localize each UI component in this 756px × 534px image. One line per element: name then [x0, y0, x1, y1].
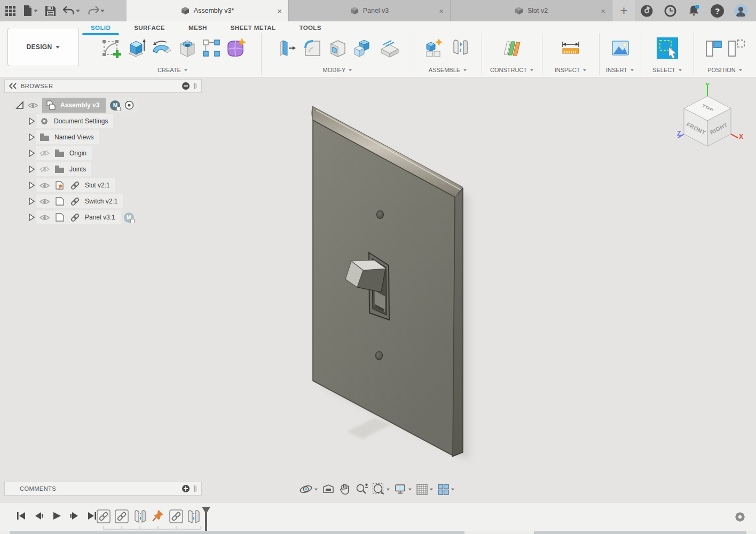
timeline-settings-gear-icon[interactable]: [734, 511, 746, 523]
group-position-label[interactable]: POSITION: [707, 67, 743, 75]
timeline-scrollbar[interactable]: [0, 531, 756, 534]
group-assemble-label[interactable]: ASSEMBLE: [429, 67, 467, 75]
visibility-eye-icon[interactable]: [40, 214, 50, 221]
zoom-window-caret[interactable]: [387, 488, 390, 490]
grid-settings-caret[interactable]: [430, 488, 433, 490]
add-comment-icon[interactable]: [182, 484, 190, 493]
collapsed-arrow-icon[interactable]: [28, 198, 35, 205]
screw-hole-top[interactable]: [377, 211, 384, 219]
timeline-playhead[interactable]: [202, 507, 210, 531]
tree-row-panel[interactable]: Panel v3:1 M: [4, 209, 202, 225]
select-icon[interactable]: [656, 35, 679, 61]
scrollbar-thumb-left[interactable]: [10, 531, 464, 534]
pan-icon[interactable]: [337, 482, 352, 496]
go-to-end-icon[interactable]: [86, 511, 97, 521]
undo-icon[interactable]: [63, 6, 80, 15]
file-menu-caret[interactable]: [34, 10, 38, 12]
pattern-icon[interactable]: [201, 35, 222, 61]
user-avatar[interactable]: [734, 4, 747, 18]
panel-drag-handle[interactable]: [194, 485, 197, 492]
capture-position-icon[interactable]: [704, 35, 724, 61]
tab-mesh[interactable]: MESH: [188, 22, 207, 34]
group-construct-label[interactable]: CONSTRUCT: [490, 67, 534, 75]
construct-plane-icon[interactable]: [500, 35, 524, 61]
viewport-canvas[interactable]: Y Z X TOP FRONT RIGHT BROWSER: [0, 78, 756, 502]
tree-row-slot[interactable]: Slot v2:1: [4, 177, 202, 193]
visibility-eye-icon[interactable]: [40, 198, 50, 205]
fillet-icon[interactable]: [301, 35, 324, 61]
activate-component-radio[interactable]: [124, 100, 134, 110]
go-to-start-icon[interactable]: [16, 511, 27, 521]
create-form-icon[interactable]: [224, 35, 247, 61]
group-insert-label[interactable]: INSERT: [606, 67, 634, 75]
tree-row-origin[interactable]: Origin: [4, 145, 202, 161]
joint-icon[interactable]: [449, 35, 472, 61]
hole-icon[interactable]: [176, 35, 199, 61]
screw-hole-bottom[interactable]: [376, 351, 383, 360]
offset-face-icon[interactable]: [377, 35, 401, 61]
collapsed-arrow-icon[interactable]: [28, 182, 35, 189]
clock-history-icon[interactable]: [664, 4, 677, 18]
collapsed-arrow-icon[interactable]: [28, 117, 35, 125]
hide-panel-icon[interactable]: [182, 82, 190, 90]
tab-solid[interactable]: SOLID: [91, 22, 111, 34]
group-select-label[interactable]: SELECT: [652, 67, 682, 75]
document-tab-slot[interactable]: Slot v2 ×: [450, 0, 612, 21]
timeline-item-joint[interactable]: [135, 511, 146, 522]
notification-bell-icon[interactable]: [687, 4, 700, 18]
visibility-off-icon[interactable]: [40, 166, 50, 173]
orbit-caret[interactable]: [314, 488, 318, 490]
undo-caret[interactable]: [76, 10, 80, 12]
document-tab-panel[interactable]: Panel v3 ×: [288, 0, 450, 21]
visibility-eye-icon[interactable]: [28, 102, 38, 109]
workspace-switcher[interactable]: DESIGN: [7, 28, 79, 66]
extrude-icon[interactable]: [124, 35, 148, 61]
group-modify-label[interactable]: MODIFY: [323, 67, 353, 75]
shell-icon[interactable]: [326, 35, 350, 61]
create-sketch-icon[interactable]: [99, 35, 122, 61]
file-menu-icon[interactable]: [23, 5, 38, 16]
timeline-item-component-link[interactable]: [115, 510, 128, 523]
expanded-arrow-icon[interactable]: [15, 101, 24, 109]
job-status-icon[interactable]: [640, 4, 653, 18]
zoom-window-icon[interactable]: [371, 482, 391, 496]
tab-surface[interactable]: SURFACE: [134, 22, 165, 34]
new-component-icon[interactable]: [423, 35, 447, 61]
save-icon[interactable]: [45, 6, 56, 16]
group-create-label[interactable]: CREATE: [158, 67, 188, 75]
grid-settings-icon[interactable]: [415, 483, 435, 496]
viewports-caret[interactable]: [451, 488, 454, 490]
redo-caret[interactable]: [100, 10, 105, 12]
app-grid-icon[interactable]: [5, 6, 15, 16]
tree-row-joints[interactable]: Joints: [4, 161, 202, 177]
measure-icon[interactable]: [559, 35, 582, 61]
group-inspect-label[interactable]: INSPECT: [555, 67, 587, 75]
tree-row-assembly[interactable]: Assembly v3 M: [4, 97, 202, 113]
collapsed-arrow-icon[interactable]: [28, 150, 35, 157]
timeline-item-pin[interactable]: [153, 510, 163, 521]
tree-row-document-settings[interactable]: Document Settings: [4, 113, 202, 129]
tab-close-icon[interactable]: ×: [277, 7, 282, 15]
tree-row-named-views[interactable]: Named Views: [4, 129, 202, 145]
combine-icon[interactable]: [352, 35, 375, 61]
tab-tools[interactable]: TOOLS: [299, 22, 321, 34]
new-tab-button[interactable]: +: [612, 0, 635, 21]
zoom-icon[interactable]: [354, 482, 369, 496]
viewports-icon[interactable]: [436, 483, 456, 496]
collapsed-arrow-icon[interactable]: [28, 166, 35, 173]
tree-row-switch[interactable]: Switch v2:1: [4, 193, 202, 209]
orbit-icon[interactable]: [298, 482, 319, 496]
look-at-icon[interactable]: [321, 482, 336, 496]
display-settings-icon[interactable]: [393, 482, 413, 496]
timeline-item-component-link[interactable]: [97, 510, 110, 523]
visibility-eye-icon[interactable]: [40, 182, 50, 189]
help-icon[interactable]: ?: [711, 4, 724, 18]
revert-position-icon[interactable]: [726, 35, 746, 61]
collapsed-arrow-icon[interactable]: [28, 214, 35, 221]
insert-canvas-icon[interactable]: [609, 35, 632, 61]
timeline-item-component-link[interactable]: [170, 510, 183, 523]
step-back-icon[interactable]: [34, 511, 44, 521]
redo-icon[interactable]: [88, 6, 105, 15]
tab-close-icon[interactable]: ×: [439, 7, 444, 15]
press-pull-icon[interactable]: [275, 35, 298, 61]
